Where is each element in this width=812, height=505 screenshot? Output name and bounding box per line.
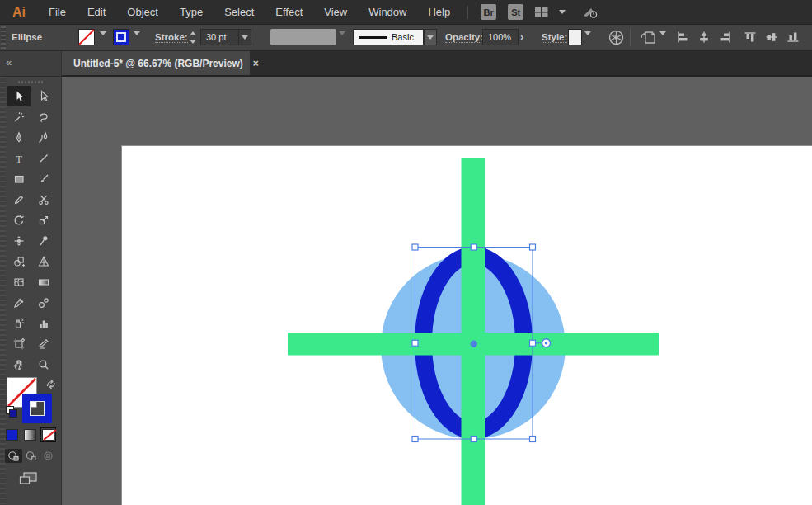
paintbrush-tool[interactable] <box>31 168 56 189</box>
stroke-weight-stepper[interactable] <box>188 30 197 45</box>
puppet-warp-tool[interactable] <box>31 230 56 251</box>
selection-center-point[interactable] <box>471 341 477 347</box>
brush-chevron-icon[interactable] <box>424 29 437 45</box>
bridge-icon[interactable]: Br <box>481 4 496 20</box>
recolor-artwork-icon[interactable] <box>608 30 624 48</box>
menu-file[interactable]: File <box>38 0 77 24</box>
magic-wand-tool[interactable] <box>7 106 31 127</box>
eyedropper-tool[interactable] <box>7 292 31 313</box>
document-tab-title: Untitled-5* @ 66.67% (RGB/Preview) <box>62 58 243 69</box>
shaper-tool[interactable] <box>7 189 31 210</box>
align-left-icon[interactable] <box>676 31 689 46</box>
blend-tool[interactable] <box>31 292 56 313</box>
scale-tool[interactable] <box>31 210 56 230</box>
menu-edit[interactable]: Edit <box>77 0 116 24</box>
color-button[interactable] <box>6 429 18 441</box>
selection-handle[interactable] <box>412 244 418 250</box>
column-graph-tool[interactable] <box>31 313 56 333</box>
hand-tool[interactable] <box>7 354 31 375</box>
selection-handle[interactable] <box>471 244 476 250</box>
stroke-chevron-icon[interactable] <box>134 35 140 47</box>
rotate-tool[interactable] <box>7 210 31 230</box>
tools-panel-header[interactable]: « <box>0 51 61 77</box>
menu-help[interactable]: Help <box>417 0 461 24</box>
align-top-icon[interactable] <box>744 31 757 46</box>
none-button[interactable] <box>42 429 54 441</box>
type-tool[interactable]: T <box>7 148 31 168</box>
selection-handle[interactable] <box>471 437 476 442</box>
stroke-weight-field[interactable]: 30 pt <box>200 29 251 45</box>
artwork-canvas[interactable] <box>62 77 812 505</box>
opacity-slider-arrow-icon[interactable]: › <box>520 31 523 43</box>
stroke-label[interactable]: Stroke: <box>155 32 188 43</box>
stroke-swatch-blue[interactable] <box>113 29 129 45</box>
brush-definition-value: Basic <box>392 32 414 42</box>
panel-grip[interactable] <box>1 26 6 49</box>
scissors-tool[interactable] <box>31 189 56 210</box>
selection-handle[interactable] <box>530 340 536 346</box>
shape-builder-tool[interactable] <box>7 251 31 271</box>
swap-fill-stroke-icon[interactable] <box>45 378 57 393</box>
tab-close-icon[interactable]: × <box>253 58 259 69</box>
canvas-area[interactable] <box>62 77 812 505</box>
sync-share-icon[interactable] <box>582 6 598 19</box>
align-bottom-icon[interactable] <box>786 31 800 46</box>
artboard-tool[interactable] <box>7 333 31 354</box>
symbol-sprayer-tool[interactable] <box>7 313 31 333</box>
stock-icon[interactable]: St <box>508 4 523 20</box>
draw-behind-icon[interactable] <box>22 449 40 463</box>
fill-swatch-none[interactable] <box>78 29 95 45</box>
style-swatch[interactable] <box>568 29 582 45</box>
style-label[interactable]: Style: <box>542 32 567 43</box>
document-tab[interactable]: Untitled-5* @ 66.67% (RGB/Preview) × <box>62 51 250 75</box>
screen-mode-icon[interactable] <box>18 470 40 490</box>
stroke-color-proxy[interactable] <box>22 394 52 423</box>
selection-tool[interactable] <box>7 86 31 106</box>
isolate-object-icon[interactable] <box>640 30 658 48</box>
stroke-weight-chevron-icon[interactable] <box>238 30 251 45</box>
menu-type[interactable]: Type <box>169 0 214 24</box>
selection-handle[interactable] <box>530 244 536 250</box>
line-segment-tool[interactable] <box>31 148 56 168</box>
tools-grip-dots[interactable] <box>18 81 45 83</box>
workspace-switcher-icon[interactable] <box>534 7 549 18</box>
slice-tool[interactable] <box>31 333 56 354</box>
width-tool[interactable] <box>7 230 31 251</box>
selection-handle[interactable] <box>530 437 536 442</box>
zoom-tool[interactable] <box>31 354 56 375</box>
brush-definition-dropdown[interactable]: Basic <box>353 29 424 45</box>
draw-normal-icon[interactable] <box>5 449 22 463</box>
selection-handle[interactable] <box>412 340 418 346</box>
align-right-icon[interactable] <box>719 31 732 46</box>
menu-object[interactable]: Object <box>116 0 169 24</box>
selection-handle[interactable] <box>412 437 418 442</box>
isolate-chevron-icon[interactable] <box>659 35 666 47</box>
lasso-tool[interactable] <box>31 106 56 127</box>
perspective-grid-tool[interactable] <box>31 251 56 271</box>
direct-selection-tool[interactable] <box>31 86 56 106</box>
default-fill-stroke-icon[interactable] <box>6 406 16 417</box>
tools-panel: « T <box>0 51 62 505</box>
vertical-bar[interactable] <box>462 158 486 505</box>
menu-effect[interactable]: Effect <box>265 0 313 24</box>
pen-tool[interactable] <box>7 127 31 148</box>
menu-window[interactable]: Window <box>358 0 417 24</box>
curvature-tool[interactable] <box>31 127 56 148</box>
gradient-tool[interactable] <box>31 271 56 292</box>
align-horizontal-center-icon[interactable] <box>697 31 711 46</box>
align-vertical-center-icon[interactable] <box>765 31 778 46</box>
opacity-label[interactable]: Opacity: <box>445 32 483 43</box>
collapse-panel-icon[interactable]: « <box>6 56 12 68</box>
corner-widget-dot[interactable] <box>545 342 548 345</box>
menu-select[interactable]: Select <box>214 0 265 24</box>
fill-chevron-icon[interactable] <box>100 35 106 47</box>
opacity-field[interactable]: 100% <box>482 29 519 45</box>
style-chevron-icon[interactable] <box>584 35 591 47</box>
rectangle-tool[interactable] <box>7 168 31 189</box>
panel-edge-grip[interactable] <box>0 77 6 505</box>
mesh-tool[interactable] <box>7 271 31 292</box>
chevron-down-icon[interactable] <box>559 10 566 14</box>
gradient-button[interactable] <box>24 429 36 441</box>
draw-inside-icon[interactable] <box>40 449 57 463</box>
menu-view[interactable]: View <box>313 0 358 24</box>
